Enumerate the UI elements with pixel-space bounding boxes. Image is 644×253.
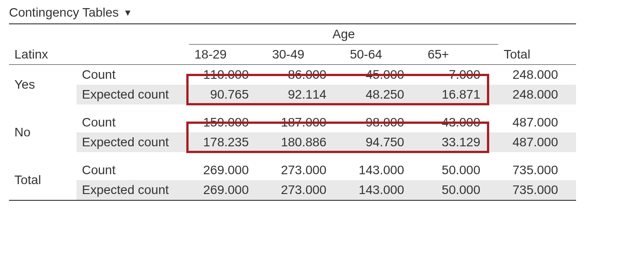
stat-label-expected: Expected count (77, 180, 189, 200)
cell-value: 50.000 (422, 180, 498, 200)
section-title-text: Contingency Tables (9, 5, 119, 20)
stat-label-expected: Expected count (77, 85, 189, 104)
cell-value: 248.000 (498, 65, 576, 85)
cell-value: 7.000 (422, 65, 498, 85)
cell-value: 487.000 (498, 113, 576, 132)
cell-value: 273.000 (267, 160, 345, 180)
cell-value: 178.235 (189, 132, 267, 152)
cell-value: 273.000 (267, 180, 345, 200)
age-col-header: 18-29 (189, 45, 267, 65)
group-label: Yes (9, 65, 77, 105)
cell-value: 143.000 (344, 160, 422, 180)
table-row: YesCount110.00086.00045.0007.000248.000 (9, 65, 576, 85)
cell-value: 16.871 (422, 85, 498, 104)
cell-value: 48.250 (344, 85, 422, 104)
cell-value: 180.886 (267, 132, 345, 152)
stat-label-count: Count (77, 65, 189, 85)
cell-value: 92.114 (267, 85, 345, 104)
cell-value: 187.000 (267, 113, 345, 132)
cell-value: 248.000 (498, 85, 576, 104)
cell-value: 98.000 (344, 113, 422, 132)
cell-value: 143.000 (344, 180, 422, 200)
age-col-header: 30-49 (267, 45, 345, 65)
group-label: Total (9, 160, 77, 200)
stat-label-count: Count (77, 113, 189, 132)
cell-value: 159.000 (189, 113, 267, 132)
cell-value: 45.000 (344, 65, 422, 85)
table-row: Expected count90.76592.11448.25016.87124… (9, 85, 576, 104)
cell-value: 110.000 (189, 65, 267, 85)
group-label: No (9, 113, 77, 152)
age-col-header: 50-64 (344, 45, 422, 65)
cell-value: 269.000 (189, 180, 267, 200)
cell-value: 94.750 (344, 132, 422, 152)
cell-value: 33.129 (422, 132, 498, 152)
stat-label-count: Count (77, 160, 189, 180)
table-container: Age Latinx 18-29 30-49 50-64 65+ Total Y… (9, 23, 635, 201)
section-header[interactable]: Contingency Tables ▼ (9, 5, 635, 20)
stat-label-expected: Expected count (77, 132, 189, 152)
cell-value: 90.765 (189, 85, 267, 104)
contingency-table: Age Latinx 18-29 30-49 50-64 65+ Total Y… (9, 23, 576, 201)
table-row: Expected count178.235180.88694.75033.129… (9, 132, 576, 152)
cell-value: 50.000 (422, 160, 498, 180)
table-row: TotalCount269.000273.000143.00050.000735… (9, 160, 576, 180)
table-row: NoCount159.000187.00098.00043.000487.000 (9, 113, 576, 132)
caret-down-icon: ▼ (123, 8, 132, 18)
cell-value: 269.000 (189, 160, 267, 180)
cell-value: 735.000 (498, 160, 576, 180)
age-col-header: 65+ (422, 45, 498, 65)
row-var-header: Latinx (9, 45, 77, 65)
cell-value: 43.000 (422, 113, 498, 132)
cell-value: 86.000 (267, 65, 345, 85)
cell-value: 735.000 (498, 180, 576, 200)
cell-value: 487.000 (498, 132, 576, 152)
total-col-header: Total (498, 45, 576, 65)
table-row: Expected count269.000273.000143.00050.00… (9, 180, 576, 200)
col-var-header: Age (189, 24, 498, 45)
